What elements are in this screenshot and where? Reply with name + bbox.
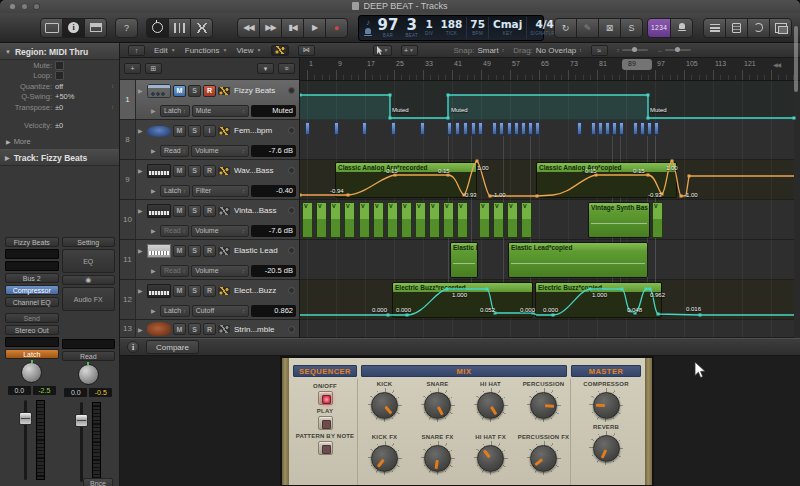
- track-mute-button[interactable]: M: [173, 85, 186, 97]
- arrange-area[interactable]: Classic Analog Arp*recordedClassic Analo…: [300, 58, 800, 338]
- vertical-scrollbar[interactable]: [794, 26, 798, 92]
- disclosure-triangle-icon[interactable]: ▶: [151, 227, 158, 234]
- count-in-button[interactable]: 1234: [647, 18, 671, 38]
- automation-parameter-button[interactable]: Volume↕: [191, 225, 248, 237]
- audio-clip[interactable]: [334, 122, 339, 135]
- lcd-bar[interactable]: 97bar: [374, 17, 402, 39]
- stop-button[interactable]: ▮◀: [281, 18, 304, 38]
- automation-value[interactable]: 0.862: [251, 305, 296, 317]
- volume-value[interactable]: -0.5: [89, 388, 112, 397]
- midi-region[interactable]: Vintage Synth Bas: [588, 202, 650, 238]
- functions-menu[interactable]: Functions▼: [185, 46, 228, 55]
- library-button[interactable]: [40, 18, 63, 38]
- toolbar-toggle-button[interactable]: [84, 18, 107, 38]
- midi-clip[interactable]: V: [373, 202, 384, 238]
- waveform-zoom-button[interactable]: ≈: [591, 45, 608, 56]
- bus-send-slot[interactable]: Bus 2: [5, 273, 59, 283]
- track-name[interactable]: Fizzy Beats: [234, 86, 286, 95]
- midi-clip[interactable]: V: [457, 202, 468, 238]
- smart-controls-button[interactable]: [146, 18, 169, 38]
- kick-knob[interactable]: [371, 392, 398, 419]
- checkbox[interactable]: [55, 71, 64, 80]
- disclosure-triangle-icon[interactable]: ▶: [151, 267, 158, 274]
- lcd-div[interactable]: 1div: [422, 17, 437, 39]
- region-parameter-value[interactable]: ±0: [55, 103, 63, 112]
- automation-mode-button[interactable]: Latch↕: [160, 185, 190, 197]
- percussion-knob[interactable]: [530, 392, 557, 419]
- midi-clip[interactable]: V: [443, 202, 454, 238]
- audio-clip[interactable]: [305, 122, 310, 135]
- hi-hat-fx-knob[interactable]: [477, 445, 504, 472]
- region-parameter-value[interactable]: ±0: [55, 121, 63, 130]
- audio-clip[interactable]: [492, 122, 497, 135]
- automation-value[interactable]: -7.6 dB: [251, 145, 296, 157]
- track-name[interactable]: Elastic Lead: [234, 246, 286, 255]
- editors-button[interactable]: [190, 18, 213, 38]
- track-mute-button[interactable]: M: [173, 165, 186, 177]
- midi-clip[interactable]: V: [429, 202, 440, 238]
- disclosure-triangle-icon[interactable]: ▶: [138, 167, 145, 174]
- disclosure-triangle-icon[interactable]: ▶: [151, 147, 158, 154]
- channel-eq-plugin-slot[interactable]: Channel EQ: [5, 297, 59, 307]
- eq-thumbnail-slot[interactable]: [5, 249, 59, 259]
- audio-clip[interactable]: [612, 122, 617, 135]
- group-slot[interactable]: [5, 337, 59, 347]
- region-parameter-value[interactable]: off: [55, 82, 63, 91]
- volume-fader[interactable]: [19, 400, 32, 484]
- secondary-tool-menu[interactable]: +▼: [401, 45, 418, 56]
- pan-knob[interactable]: [21, 362, 42, 383]
- track-solo-button[interactable]: S: [188, 245, 201, 257]
- pointer-tool-menu[interactable]: ▼: [373, 45, 392, 56]
- pan-value[interactable]: 0.0: [64, 388, 87, 397]
- mixer-button[interactable]: [168, 18, 191, 38]
- track-header-row[interactable]: 11▶MSRElastic Lead▶Read↕Volume↕-20.5 dB: [120, 240, 299, 280]
- audio-clip[interactable]: [455, 122, 460, 135]
- hi-hat-knob[interactable]: [477, 392, 504, 419]
- disclosure-triangle-icon[interactable]: ▶: [151, 107, 158, 114]
- audio-clip[interactable]: [619, 122, 624, 135]
- track-solo-button[interactable]: S: [188, 125, 201, 137]
- track-name[interactable]: Fem...bpm: [234, 126, 286, 135]
- disclosure-triangle-icon[interactable]: ▶: [138, 326, 145, 333]
- midi-clip[interactable]: V: [652, 202, 663, 238]
- volume-value[interactable]: -2.5: [33, 386, 56, 395]
- automation-mode-button[interactable]: Latch↕: [160, 105, 190, 117]
- track-mute-button[interactable]: M: [173, 245, 186, 257]
- sequencer-pattern-by-note-button[interactable]: [318, 441, 333, 455]
- automation-mode-button[interactable]: Read↕: [160, 265, 189, 277]
- stepper-icon[interactable]: ↕: [111, 104, 114, 110]
- track-record-button[interactable]: R: [203, 205, 216, 217]
- fader-thumb[interactable]: [75, 414, 88, 427]
- midi-clip[interactable]: V: [479, 202, 490, 238]
- audio-clip[interactable]: [605, 122, 610, 135]
- automation-mode-button[interactable]: Latch↕: [160, 305, 190, 317]
- midi-clip[interactable]: V: [330, 202, 341, 238]
- add-track-button[interactable]: +: [124, 63, 141, 74]
- automation-mode-button[interactable]: Latch: [5, 349, 59, 359]
- track-solo-button[interactable]: S: [188, 85, 201, 97]
- track-mute-button[interactable]: M: [173, 205, 186, 217]
- stepper-icon[interactable]: ↕: [111, 83, 114, 89]
- lcd-beat[interactable]: 3beat: [402, 17, 422, 39]
- midi-clip[interactable]: V: [401, 202, 412, 238]
- vertical-zoom-slider[interactable]: ↕: [617, 47, 649, 53]
- automation-mode-button[interactable]: Read↕: [160, 225, 189, 237]
- snare-knob[interactable]: [424, 392, 451, 419]
- audio-clip[interactable]: [640, 122, 645, 135]
- midi-clip[interactable]: V: [415, 202, 426, 238]
- browsers-button[interactable]: [769, 18, 792, 38]
- midi-clip[interactable]: V: [302, 202, 313, 238]
- output-slot[interactable]: Stereo Out: [5, 325, 59, 335]
- lcd-tick[interactable]: 188tick: [437, 17, 466, 39]
- snap-menu[interactable]: Smart: [477, 46, 498, 55]
- track-header-row[interactable]: 9▶MSRWav...Bass▶Latch↕Filter↕-0.40: [120, 160, 299, 200]
- fader-thumb[interactable]: [19, 412, 32, 425]
- track-lane[interactable]: [300, 120, 794, 160]
- audio-clip[interactable]: [420, 122, 425, 135]
- track-name[interactable]: Strin...mble: [234, 325, 286, 334]
- region-parameter-value[interactable]: +50%: [55, 92, 74, 101]
- track-sort-button[interactable]: ≡: [278, 63, 295, 74]
- compressor-knob[interactable]: [593, 392, 620, 419]
- pan-knob[interactable]: [78, 364, 99, 385]
- rewind-button[interactable]: ◀◀: [237, 18, 260, 38]
